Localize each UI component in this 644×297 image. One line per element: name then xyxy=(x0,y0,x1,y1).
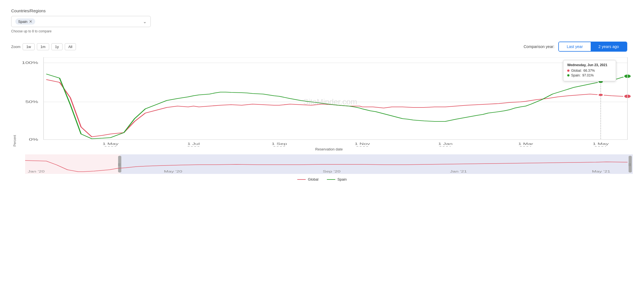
legend-global-label: Global xyxy=(308,177,319,181)
dropdown-chevron-icon: ⌄ xyxy=(143,19,147,24)
spain-tag: Spain ✕ xyxy=(15,18,35,25)
tooltip-global-value: 66.37% xyxy=(583,69,595,73)
tooltip-spain-row: Spain: 97.01% xyxy=(567,73,612,77)
svg-text:||: || xyxy=(118,163,121,166)
tooltip-spain-value: 97.01% xyxy=(582,73,594,77)
main-chart-container: Percent SiteMinder.com Wednesday, Jun 23… xyxy=(11,57,633,152)
y-axis-label: Percent xyxy=(11,57,17,147)
svg-point-24 xyxy=(598,94,603,96)
last-year-button[interactable]: Last year xyxy=(559,42,591,51)
svg-text:||: || xyxy=(628,163,631,166)
zoom-all-button[interactable]: All xyxy=(65,43,76,50)
legend-global-line xyxy=(297,179,306,180)
svg-text:Sep '20: Sep '20 xyxy=(323,170,341,173)
comparison-label: Comparison year: xyxy=(524,44,555,49)
comparison-section: Comparison year: Last year 2 years ago xyxy=(524,42,627,52)
svg-text:1 Jul: 1 Jul xyxy=(187,142,200,145)
svg-text:1 Jan: 1 Jan xyxy=(438,142,453,145)
two-years-ago-button[interactable]: 2 years ago xyxy=(591,42,627,51)
svg-text:1 May: 1 May xyxy=(593,142,609,145)
tooltip-date: Wednesday, Jun 23, 2021 xyxy=(567,63,612,67)
svg-text:1 Nov: 1 Nov xyxy=(355,142,370,145)
filter-label: Countries/Regions xyxy=(11,8,633,13)
svg-text:May '20: May '20 xyxy=(164,170,182,173)
svg-text:2021: 2021 xyxy=(519,146,532,147)
svg-rect-25 xyxy=(44,57,628,140)
svg-text:1 May: 1 May xyxy=(102,142,119,145)
svg-text:2020: 2020 xyxy=(187,146,200,147)
tooltip-global-label: Global: xyxy=(571,69,582,73)
country-select-dropdown[interactable]: Spain ✕ ⌄ xyxy=(11,16,151,27)
tooltip-global-row: Global: 66.37% xyxy=(567,69,612,73)
svg-text:1 Mar: 1 Mar xyxy=(518,142,533,145)
svg-text:2021: 2021 xyxy=(594,146,607,147)
zoom-1w-button[interactable]: 1w xyxy=(23,43,35,50)
chart-area: Percent SiteMinder.com Wednesday, Jun 23… xyxy=(11,57,633,147)
tooltip-global-dot xyxy=(567,70,569,72)
svg-text:2020: 2020 xyxy=(104,146,117,147)
svg-text:100%: 100% xyxy=(22,61,38,65)
svg-text:0%: 0% xyxy=(29,138,38,142)
comparison-buttons: Last year 2 years ago xyxy=(558,42,627,52)
chart-svg: 100% 50% 0% 1 May 2020 1 Jul 2020 1 Sep … xyxy=(17,57,633,147)
x-axis-label: Reservation date xyxy=(315,147,343,151)
svg-text:May '21: May '21 xyxy=(592,170,611,173)
svg-text:1 Sep: 1 Sep xyxy=(272,142,287,145)
legend-global: Global xyxy=(297,177,319,181)
legend-spain-label: Spain xyxy=(337,177,347,181)
svg-text:Jan '20: Jan '20 xyxy=(28,170,44,173)
main-chart: SiteMinder.com Wednesday, Jun 23, 2021 G… xyxy=(17,57,633,147)
x-axis-label-area: Reservation date xyxy=(11,147,633,152)
mini-chart: || || Jan '20 May '20 Sep '20 Jan '21 Ma… xyxy=(25,154,633,174)
zoom-1m-button[interactable]: 1m xyxy=(37,43,49,50)
mini-chart-svg: || || Jan '20 May '20 Sep '20 Jan '21 Ma… xyxy=(25,154,633,174)
filter-hint: Choose up to 8 to compare xyxy=(11,29,633,33)
tooltip-spain-dot xyxy=(567,74,569,76)
svg-text:2020: 2020 xyxy=(273,146,286,147)
svg-text:2021: 2021 xyxy=(439,146,452,147)
legend-spain: Spain xyxy=(327,177,347,181)
zoom-1y-button[interactable]: 1y xyxy=(51,43,63,50)
svg-text:2020: 2020 xyxy=(356,146,369,147)
chart-tooltip: Wednesday, Jun 23, 2021 Global: 66.37% S… xyxy=(563,60,616,81)
mini-chart-wrapper: || || Jan '20 May '20 Sep '20 Jan '21 Ma… xyxy=(11,154,633,174)
svg-rect-27 xyxy=(120,154,633,174)
countries-section: Countries/Regions Spain ✕ ⌄ Choose up to… xyxy=(11,8,633,33)
legend-spain-line xyxy=(327,179,335,180)
zoom-label: Zoom xyxy=(11,45,20,49)
legend-row: Global Spain xyxy=(11,177,633,181)
tooltip-spain-label: Spain: xyxy=(571,73,581,77)
svg-text:50%: 50% xyxy=(25,100,38,104)
controls-row: Zoom 1w 1m 1y All Comparison year: Last … xyxy=(11,42,633,52)
spain-tag-remove[interactable]: ✕ xyxy=(29,19,32,24)
zoom-controls: Zoom 1w 1m 1y All xyxy=(11,43,76,50)
spain-tag-label: Spain xyxy=(18,20,27,24)
svg-text:Jan '21: Jan '21 xyxy=(450,170,467,173)
